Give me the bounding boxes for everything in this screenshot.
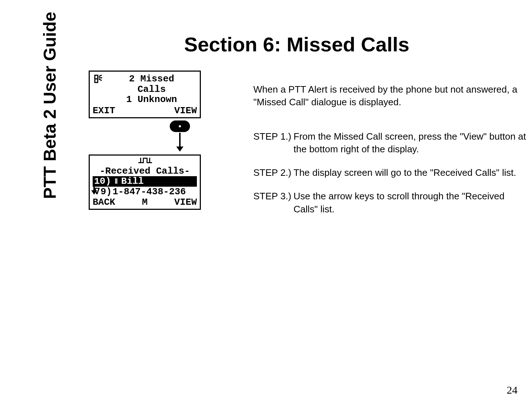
row-name: Bill — [121, 176, 144, 187]
step-2: STEP 2.) The display screen will go to t… — [253, 166, 528, 179]
received-calls-title: -Received Calls- — [92, 166, 198, 177]
softkey-view[interactable]: VIEW — [162, 197, 197, 208]
scroll-down-icon — [91, 190, 97, 195]
step-label: STEP 2.) — [253, 166, 291, 179]
missed-calls-text: 2 Missed Calls 1 Unknown — [106, 74, 197, 105]
instructions: When a PTT Alert is received by the phon… — [253, 83, 528, 226]
flow-arrow — [89, 118, 201, 154]
softkey-row: BACK M VIEW — [90, 197, 200, 209]
intro-text: When a PTT Alert is received by the phon… — [253, 83, 528, 109]
sidebar-title: PTT Beta 2 User Guide — [40, 12, 60, 199]
section-title: Section 6: Missed Calls — [62, 33, 532, 56]
softkey-exit[interactable]: EXIT — [93, 106, 115, 116]
step-body: The display screen will go to the "Recei… — [294, 166, 528, 179]
step-1: STEP 1.) From the Missed Call screen, pr… — [253, 130, 528, 156]
list-item-selected[interactable]: 10) ⦀ Bill — [93, 176, 197, 187]
missed-line2: Calls — [106, 84, 197, 95]
softkey-row: EXIT VIEW — [90, 106, 200, 118]
list-item[interactable]: ∇ 9) 1-847-438-236 — [93, 187, 197, 197]
signal-icon: ⊥⊓⊥ — [92, 156, 198, 166]
ptt-alert-icon — [93, 74, 103, 85]
step-label: STEP 3.) — [253, 190, 291, 215]
missed-line1: 2 Missed — [106, 74, 197, 84]
phone-illustrations: 2 Missed Calls 1 Unknown EXIT VIEW ⊥⊓⊥ -… — [89, 71, 204, 210]
step-body: From the Missed Call screen, press the "… — [294, 130, 528, 156]
missed-line3: 1 Unknown — [106, 94, 197, 105]
received-calls-screen: ⊥⊓⊥ -Received Calls- 10) ⦀ Bill ∇ 9) 1-8… — [89, 154, 201, 210]
step-body: Use the arrow keys to scroll through the… — [294, 190, 528, 215]
down-arrow-icon — [178, 133, 182, 151]
phone-button-icon — [170, 120, 190, 132]
page-number: 24 — [507, 384, 518, 396]
ptt-small-icon: ⦀ — [113, 178, 120, 186]
softkey-view[interactable]: VIEW — [174, 106, 197, 116]
softkey-back[interactable]: BACK — [93, 197, 127, 208]
step-label: STEP 1.) — [253, 130, 291, 156]
sidebar: PTT Beta 2 User Guide — [0, 0, 62, 407]
row-name: 1-847-438-236 — [113, 187, 186, 197]
missed-calls-screen: 2 Missed Calls 1 Unknown EXIT VIEW — [89, 71, 201, 118]
row-num: 9) — [101, 187, 112, 197]
softkey-m[interactable]: M — [127, 197, 162, 208]
step-3: STEP 3.) Use the arrow keys to scroll th… — [253, 190, 528, 215]
